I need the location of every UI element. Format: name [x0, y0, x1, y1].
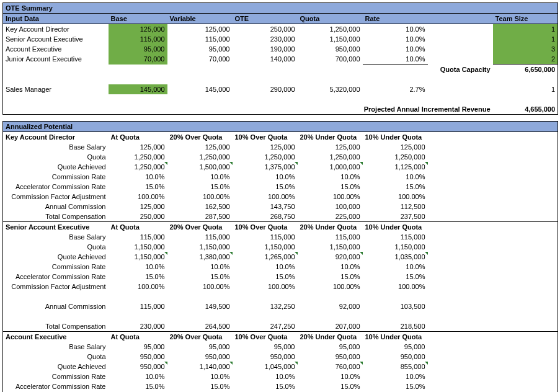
row-label-comm_rate: Commission Rate: [3, 372, 109, 381]
rate-cell: 10.0%: [363, 24, 428, 35]
projected-value: 4,655,000: [493, 104, 558, 115]
annual_comm-cell: 112,500: [363, 202, 428, 212]
annual_comm-cell: 149,500: [167, 301, 233, 311]
base-cell: 115,000: [233, 232, 298, 242]
comm_rate-cell: 10.0%: [363, 372, 428, 381]
accel_rate-cell: 15.0%: [109, 381, 167, 391]
base-cell: 95,000: [167, 342, 233, 352]
role-cell: Account Executive: [3, 44, 109, 54]
annualized-title: Annualized Potential: [3, 122, 558, 132]
total_comp-cell: 218,500: [363, 321, 428, 332]
base-cell: 95,000: [233, 342, 298, 352]
accel_rate-cell: 15.0%: [233, 272, 298, 282]
base-cell: 125,000: [167, 142, 233, 152]
base-cell: 125,000: [233, 142, 298, 152]
base-cell[interactable]: 125,000: [109, 24, 167, 35]
annual_comm-cell: 115,000: [109, 301, 167, 311]
comm_rate-cell: 10.0%: [233, 262, 298, 272]
quota-cell: 950,000: [298, 44, 363, 54]
team-cell[interactable]: 1: [493, 34, 558, 44]
quota-cell: 1,250,000: [298, 152, 363, 162]
total_comp-cell: 247,250: [233, 321, 298, 332]
factor-cell: 100.00%: [233, 192, 298, 202]
comm_rate-cell: 10.0%: [167, 262, 233, 272]
variable-cell: 70,000: [167, 54, 233, 65]
row-label-total_comp: Total Compensation: [3, 212, 109, 222]
team-cell: 1: [493, 84, 558, 94]
rate-cell: 10.0%: [363, 44, 428, 54]
role-cell: Sales Manager: [3, 84, 109, 94]
row-label-accel_rate: Accelerator Commission Rate: [3, 381, 109, 391]
annual_comm-cell: 125,000: [109, 202, 167, 212]
accel_rate-cell: 15.0%: [363, 272, 428, 282]
base-cell: 125,000: [363, 142, 428, 152]
factor-cell: 100.00%: [233, 282, 298, 292]
factor-cell: 100.00%: [109, 192, 167, 202]
row-label-total_comp: Total Compensation: [3, 321, 109, 332]
annual_comm-cell: 92,000: [298, 301, 363, 311]
team-cell[interactable]: 1: [493, 24, 558, 35]
achieved-cell: 1,000,000: [298, 162, 363, 172]
annual_comm-cell: 132,250: [233, 301, 298, 311]
quota-cell: 1,150,000: [233, 242, 298, 252]
annualized-table: Annualized Potential Key Account Directo…: [2, 121, 558, 392]
base-cell: 125,000: [109, 142, 167, 152]
role-cell: Senior Account Executive: [3, 34, 109, 44]
quota-cell: 1,150,000: [298, 34, 363, 44]
scenario-header: At Quota: [109, 222, 167, 233]
achieved-cell: 760,000: [298, 362, 363, 372]
achieved-cell: 1,125,000: [363, 162, 428, 172]
row-label-quota: Quota: [3, 152, 109, 162]
hdr-team-size: Team Size: [493, 14, 558, 24]
row-label-quota: Quota: [3, 352, 109, 362]
scenario-header: At Quota: [109, 332, 167, 342]
row-label-factor: Commission Factor Adjustment: [3, 282, 109, 292]
total_comp-cell: 264,500: [167, 321, 233, 332]
quota-cell: 950,000: [363, 352, 428, 362]
accel_rate-cell: 15.0%: [109, 182, 167, 192]
comm_rate-cell: 10.0%: [363, 262, 428, 272]
base-cell[interactable]: 95,000: [109, 44, 167, 54]
base-cell: 95,000: [298, 342, 363, 352]
total_comp-cell: 268,750: [233, 212, 298, 222]
hdr-quota: Quota: [298, 14, 363, 24]
row-label-comm_rate: Commission Rate: [3, 172, 109, 182]
team-cell[interactable]: 2: [493, 54, 558, 65]
factor-cell: 100.00%: [363, 192, 428, 202]
achieved-cell: 1,035,000: [363, 252, 428, 262]
role-cell: Junior Account Executive: [3, 54, 109, 65]
achieved-cell: 1,150,000: [109, 252, 167, 262]
base-cell[interactable]: 115,000: [109, 34, 167, 44]
quota-cell: 1,250,000: [233, 152, 298, 162]
row-label-achieved: Quote Achieved: [3, 162, 109, 172]
variable-cell: 95,000: [167, 44, 233, 54]
comm_rate-cell: 10.0%: [167, 172, 233, 182]
row-label-achieved: Quote Achieved: [3, 252, 109, 262]
base-cell: 125,000: [298, 142, 363, 152]
accel_rate-cell: 15.0%: [298, 182, 363, 192]
total_comp-cell: 225,000: [298, 212, 363, 222]
comm_rate-cell: 10.0%: [233, 172, 298, 182]
quota-cell: 1,250,000: [363, 152, 428, 162]
team-cell[interactable]: 3: [493, 44, 558, 54]
base-cell: 115,000: [109, 232, 167, 242]
scenario-header: 10% Under Quota: [363, 222, 428, 233]
row-label-factor: Commission Factor Adjustment: [3, 192, 109, 202]
factor-cell: 100.00%: [298, 282, 363, 292]
row-label-comm_rate: Commission Rate: [3, 262, 109, 272]
scenario-header: 20% Under Quota: [298, 222, 363, 233]
factor-cell: 100.00%: [298, 192, 363, 202]
accel_rate-cell: 15.0%: [167, 272, 233, 282]
row-label-achieved: Quote Achieved: [3, 362, 109, 372]
base-cell[interactable]: 145,000: [109, 84, 167, 94]
accel_rate-cell: 15.0%: [298, 272, 363, 282]
base-cell[interactable]: 70,000: [109, 54, 167, 65]
total_comp-cell: 207,000: [298, 321, 363, 332]
scenario-header: 10% Under Quota: [363, 332, 428, 342]
accel_rate-cell: 15.0%: [167, 182, 233, 192]
hdr-variable: Variable: [167, 14, 233, 24]
hdr-base: Base: [109, 14, 167, 24]
ote-summary-table: OTE Summary Input Data Base Variable OTE…: [2, 2, 558, 115]
quota-cell: 950,000: [167, 352, 233, 362]
annual_comm-cell: 100,000: [298, 202, 363, 212]
